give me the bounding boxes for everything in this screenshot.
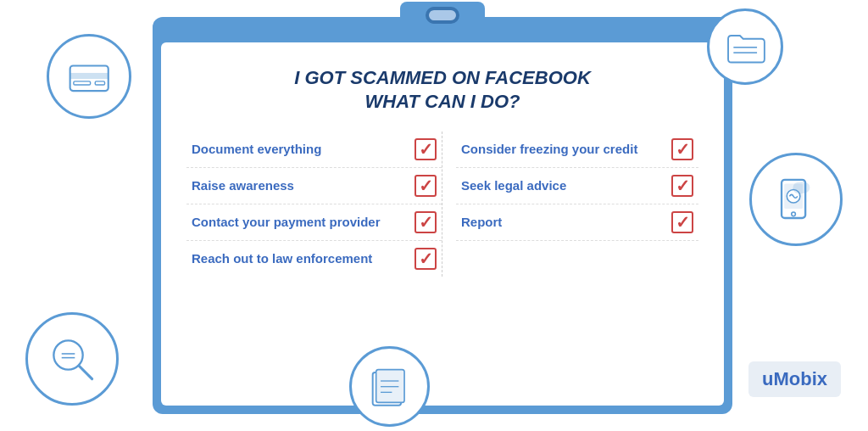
svg-line-7 (79, 366, 92, 379)
document-icon (349, 346, 430, 427)
magnifier-icon (25, 312, 119, 406)
checkbox-r3: ✓ (671, 211, 693, 233)
clip-ring (426, 7, 459, 24)
list-item: Raise awareness ✓ (186, 168, 442, 204)
list-item: Contact your payment provider ✓ (186, 204, 442, 241)
list-item: Report ✓ (456, 204, 698, 241)
list-item (456, 241, 698, 255)
clipboard-clip (400, 2, 485, 32)
list-item: Reach out to law enforcement ✓ (186, 241, 442, 277)
folder-icon-top (707, 8, 783, 85)
checkbox-1: ✓ (415, 138, 437, 160)
phone-icon (749, 153, 843, 246)
main-title: I GOT SCAMMED ON FACEBOOK WHAT CAN I DO? (186, 66, 698, 113)
svg-rect-1 (70, 73, 108, 79)
list-item: Consider freezing your credit ✓ (456, 132, 698, 168)
clipboard-board: I GOT SCAMMED ON FACEBOOK WHAT CAN I DO?… (153, 17, 732, 414)
clipboard-paper: I GOT SCAMMED ON FACEBOOK WHAT CAN I DO?… (161, 42, 724, 406)
checkbox-r1: ✓ (671, 138, 693, 160)
checkbox-3: ✓ (415, 211, 437, 233)
svg-rect-15 (376, 369, 403, 402)
list-item: Document everything ✓ (186, 132, 442, 168)
checkbox-4: ✓ (415, 248, 437, 270)
checkbox-2: ✓ (415, 175, 437, 197)
checkbox-r2: ✓ (671, 175, 693, 197)
credit-card-icon (47, 34, 131, 119)
umobix-branding: uMobix (748, 361, 841, 397)
list-item: Seek legal advice ✓ (456, 168, 698, 204)
checklist-grid: Document everything ✓ Raise awareness ✓ (186, 132, 698, 277)
page-wrapper: I GOT SCAMMED ON FACEBOOK WHAT CAN I DO?… (0, 0, 868, 431)
